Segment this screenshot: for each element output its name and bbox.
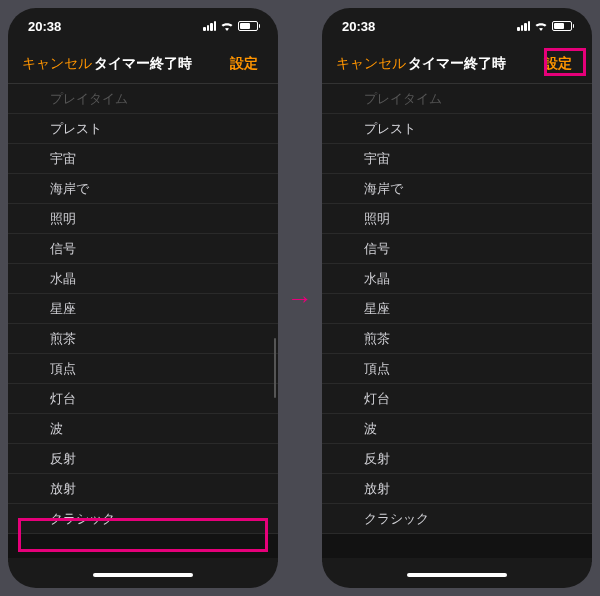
list-item[interactable]: プレスト	[8, 114, 278, 144]
wifi-icon	[220, 21, 234, 31]
list-item[interactable]: 水晶	[322, 264, 592, 294]
list-item[interactable]: 水晶	[8, 264, 278, 294]
section-gap	[8, 534, 278, 558]
arrow-icon: →	[287, 283, 313, 314]
status-indicators	[203, 21, 258, 31]
list-item[interactable]: 信号	[322, 234, 592, 264]
nav-title: タイマー終了時	[408, 55, 506, 73]
phone-right: 20:38 キャンセル タイマー終了時 設定 プレイタイムプレスト宇宙海岸で照明…	[322, 8, 592, 588]
list-item[interactable]: 照明	[322, 204, 592, 234]
list-item[interactable]: プレスト	[322, 114, 592, 144]
battery-icon	[238, 21, 258, 31]
signal-icon	[203, 21, 216, 31]
status-bar: 20:38	[322, 8, 592, 44]
status-time: 20:38	[28, 19, 61, 34]
list-item[interactable]: 星座	[8, 294, 278, 324]
set-button[interactable]: 設定	[224, 51, 264, 77]
list-item[interactable]: 海岸で	[8, 174, 278, 204]
list-item[interactable]: 反射	[8, 444, 278, 474]
list-item[interactable]: 頂点	[8, 354, 278, 384]
list-item[interactable]: 波	[322, 414, 592, 444]
nav-bar: キャンセル タイマー終了時 設定	[8, 44, 278, 84]
signal-icon	[517, 21, 530, 31]
list-item[interactable]: 放射	[8, 474, 278, 504]
cancel-button[interactable]: キャンセル	[22, 55, 92, 73]
list-item[interactable]: 宇宙	[322, 144, 592, 174]
scroll-indicator	[274, 338, 276, 398]
list-item[interactable]: 波	[8, 414, 278, 444]
list-item[interactable]: クラシック	[8, 504, 278, 534]
list-item[interactable]: プレイタイム	[8, 84, 278, 114]
sound-list[interactable]: プレイタイムプレスト宇宙海岸で照明信号水晶星座煎茶頂点灯台波反射放射クラシック再…	[8, 84, 278, 562]
list-item[interactable]: 星座	[322, 294, 592, 324]
status-time: 20:38	[342, 19, 375, 34]
home-indicator	[322, 562, 592, 588]
stop-playing-item[interactable]: 再生停止	[8, 558, 278, 562]
status-indicators	[517, 21, 572, 31]
list-item[interactable]: 反射	[322, 444, 592, 474]
section-gap	[322, 534, 592, 558]
sound-list[interactable]: プレイタイムプレスト宇宙海岸で照明信号水晶星座煎茶頂点灯台波反射放射クラシック✓…	[322, 84, 592, 562]
phone-left: 20:38 キャンセル タイマー終了時 設定 プレイタイムプレスト宇宙海岸で照明…	[8, 8, 278, 588]
list-item[interactable]: 煎茶	[322, 324, 592, 354]
list-item[interactable]: 灯台	[8, 384, 278, 414]
set-button[interactable]: 設定	[538, 51, 578, 77]
wifi-icon	[534, 21, 548, 31]
list-item[interactable]: 信号	[8, 234, 278, 264]
stop-playing-item[interactable]: ✓再生停止	[322, 558, 592, 562]
status-bar: 20:38	[8, 8, 278, 44]
cancel-button[interactable]: キャンセル	[336, 55, 406, 73]
list-item[interactable]: 放射	[322, 474, 592, 504]
list-item[interactable]: 灯台	[322, 384, 592, 414]
list-item[interactable]: プレイタイム	[322, 84, 592, 114]
list-item[interactable]: 照明	[8, 204, 278, 234]
battery-icon	[552, 21, 572, 31]
list-item[interactable]: 宇宙	[8, 144, 278, 174]
nav-title: タイマー終了時	[94, 55, 192, 73]
nav-bar: キャンセル タイマー終了時 設定	[322, 44, 592, 84]
list-item[interactable]: 頂点	[322, 354, 592, 384]
list-item[interactable]: 煎茶	[8, 324, 278, 354]
list-item[interactable]: 海岸で	[322, 174, 592, 204]
list-item[interactable]: クラシック	[322, 504, 592, 534]
home-indicator	[8, 562, 278, 588]
